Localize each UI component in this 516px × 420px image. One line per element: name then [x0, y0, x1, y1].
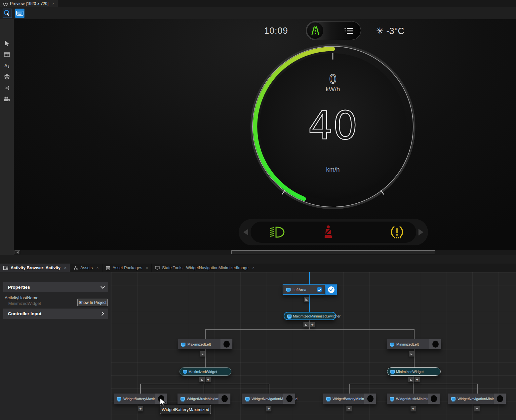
show-in-project-button[interactable]: Show In Project [77, 299, 108, 306]
telltale-strip [251, 222, 416, 243]
layers-tool-button[interactable] [3, 72, 11, 81]
next-arrow-icon[interactable] [418, 229, 423, 235]
graph-node-left-area[interactable]: LeftArea [283, 284, 326, 295]
screen-icon [181, 343, 185, 346]
keyboard-icon [16, 11, 23, 16]
preview-panel: 10:09 ✳ [14, 19, 516, 255]
collapse-button[interactable] [409, 351, 414, 357]
state-toggle[interactable] [364, 394, 376, 404]
add-button[interactable]: + [474, 406, 480, 411]
hscrollbar-thumb[interactable] [231, 250, 435, 254]
check-icon [328, 286, 335, 293]
properties-title: Properties [8, 285, 30, 290]
connector [414, 376, 414, 384]
preview-tab-label: Preview [1920 x 720] [10, 1, 49, 6]
connector [140, 384, 141, 394]
add-button[interactable]: + [138, 406, 143, 411]
select-tool-button[interactable] [3, 39, 11, 48]
corner-icon [201, 379, 203, 381]
scroll-left-button[interactable] [15, 250, 20, 254]
tab-preview[interactable]: Preview [1920 x 720] × [0, 0, 58, 7]
graph-node-maximized-minimized-switcher[interactable]: MaximizedMinimizedSwitcher [284, 312, 336, 320]
state-toggle[interactable] [494, 394, 506, 404]
add-button[interactable]: + [411, 406, 416, 411]
connector [414, 329, 415, 339]
tab-label: State Tools - WidgetNavigationMinimizedI… [162, 266, 249, 270]
flow-arrows-icon [4, 85, 10, 91]
connector [204, 384, 204, 394]
prev-arrow-icon[interactable] [243, 229, 248, 235]
add-button[interactable]: + [206, 377, 211, 382]
collapse-button[interactable] [199, 377, 205, 382]
state-toggle[interactable] [218, 394, 230, 404]
headlight-icon [269, 226, 286, 238]
collapse-button[interactable] [303, 322, 309, 327]
tab-state-tools[interactable]: State Tools - WidgetNavigationMinimizedI… [152, 264, 258, 272]
state-dot-icon [223, 341, 230, 348]
state-toggle[interactable] [220, 339, 232, 349]
connector [413, 384, 414, 394]
tab-activity-browser[interactable]: Activity Browser: Activity × [0, 264, 70, 272]
controller-input-title: Controller Input [8, 311, 41, 316]
connections-tool-button[interactable] [3, 84, 11, 92]
camera-tool-button[interactable] [3, 95, 11, 104]
graph-node-widget-battery-maximized[interactable]: WidgetBatteryMaximized [114, 394, 167, 404]
state-dot-icon [367, 395, 374, 402]
interaction-mode-button[interactable] [3, 9, 12, 18]
graph-node-maximized-widget[interactable]: MaximizedWidget [179, 367, 231, 376]
screen-icon [286, 288, 291, 291]
check-icon[interactable] [317, 287, 322, 292]
graph-node-minimized-left[interactable]: MinimizedLeft [387, 339, 441, 349]
text-tool-button[interactable]: A [3, 62, 11, 70]
add-button[interactable]: + [415, 377, 420, 382]
cursor-icon [4, 40, 10, 47]
mouse-cursor-icon [160, 398, 166, 407]
state-dot-icon [221, 395, 228, 402]
close-icon[interactable]: × [144, 266, 148, 270]
corner-icon [411, 353, 413, 355]
virtual-keyboard-button[interactable] [15, 9, 24, 18]
bottom-tabstrip: Activity Browser: Activity × Assets × As… [0, 264, 516, 272]
graph-node-widget-battery-minimized[interactable]: WidgetBatteryMinimized [323, 394, 376, 404]
state-toggle[interactable] [428, 394, 440, 404]
corner-icon [305, 324, 307, 326]
cluster-viewport[interactable]: 10:09 ✳ [14, 19, 516, 250]
graph-node-minimized-widget[interactable]: MinimizedWidget [387, 367, 441, 376]
collapse-button[interactable] [200, 351, 205, 357]
close-icon[interactable]: × [251, 266, 255, 270]
tab-assets[interactable]: Assets × [70, 264, 102, 272]
monitor-icon [155, 266, 160, 270]
close-icon[interactable]: × [51, 1, 55, 6]
screen-icon [390, 397, 394, 400]
tab-asset-packages[interactable]: Asset Packages × [102, 264, 152, 272]
grid-tool-button[interactable] [3, 50, 11, 59]
state-toggle[interactable] [429, 339, 441, 349]
preview-hscrollbar[interactable] [14, 250, 516, 255]
collapse-button[interactable] [408, 377, 414, 382]
corner-icon [202, 353, 204, 355]
graph-node-widget-navigation-minimized[interactable]: WidgetNavigationMinimized [448, 394, 506, 404]
state-dot-icon [432, 341, 439, 348]
graph-node-widget-music-maximized[interactable]: WidgetMusicMaximized [178, 394, 230, 404]
connector [205, 329, 415, 330]
add-button[interactable]: + [266, 406, 271, 411]
connector [477, 384, 478, 394]
graph-node-widget-music-minimized[interactable]: WidgetMusicMinimized [387, 394, 440, 404]
add-button[interactable]: + [346, 406, 352, 411]
screen-icon [390, 370, 395, 373]
properties-header[interactable]: Properties [3, 282, 108, 292]
screen-icon [245, 397, 250, 400]
left-area-confirm-badge[interactable] [326, 284, 337, 295]
graph-node-widget-navigation-maximized[interactable]: WidgetNavigationMaximized [242, 394, 295, 404]
collapse-button[interactable] [304, 297, 309, 302]
state-dot-icon [431, 395, 437, 402]
activity-browser-icon [3, 266, 8, 270]
state-toggle[interactable] [283, 394, 295, 404]
add-button[interactable]: + [310, 322, 315, 327]
close-icon[interactable]: × [63, 266, 66, 270]
close-icon[interactable]: × [95, 266, 99, 270]
controller-input-header[interactable]: Controller Input [3, 309, 108, 319]
activity-graph[interactable]: LeftArea MaximizedMinimizedSwitcher + Ma… [111, 272, 516, 420]
screen-icon [390, 343, 394, 346]
graph-node-maximized-left[interactable]: MaximizedLeft [178, 339, 232, 349]
